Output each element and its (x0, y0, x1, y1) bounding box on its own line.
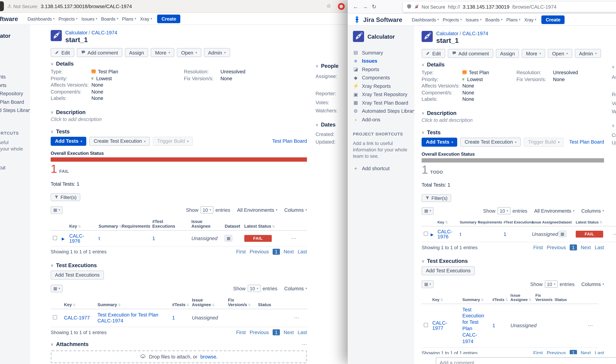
add-test-executions-button[interactable]: Add Test Executions (422, 266, 475, 275)
execution-tests-count-link[interactable]: 1 (493, 323, 495, 328)
project-header[interactable]: Calculator (353, 31, 411, 42)
row-checkbox[interactable] (424, 231, 428, 236)
columns-dropdown[interactable]: Columns▾ (284, 207, 307, 212)
current-page[interactable]: 1 (570, 244, 577, 250)
test-executions-count-link[interactable]: 1 (504, 231, 506, 236)
add-tests-button[interactable]: Add Tests▾ (422, 137, 457, 146)
nav-projects[interactable]: Projects▾ (443, 17, 462, 22)
first-page-link[interactable]: First (236, 330, 246, 335)
sidebar-item-xray-test-plan-board[interactable]: ▦Xray Test Plan Board (353, 99, 411, 107)
edit-button[interactable]: Edit (422, 49, 445, 58)
attachments-dropzone[interactable]: Drop files to attach, or browse. (51, 351, 307, 363)
col-requirements[interactable]: Requirements (120, 217, 150, 230)
browser-menu-icon[interactable] (338, 3, 345, 10)
sidebar-item-add-ons[interactable]: ›Add-ons (353, 115, 411, 124)
description-placeholder[interactable]: Click to add description (51, 117, 307, 122)
col-tests[interactable]: #Tests⇅ (490, 291, 508, 304)
sidebar-item-xray-test-repository[interactable]: ▣Xray Test Repository (353, 90, 411, 99)
execution-key-link[interactable]: CALC-1977 (432, 320, 447, 331)
address-bar[interactable]: Not Secure http:// 3.138.145.137:30019 /… (403, 2, 616, 12)
last-page-link[interactable]: Last (595, 245, 604, 250)
sidebar-item-issues[interactable]: ≡Issues (0, 56, 27, 64)
sidebar-item-issues[interactable]: ≡Issues (353, 57, 411, 65)
col-issue-assignee[interactable]: Issue Assignee⇅ (508, 291, 533, 304)
sidebar-item-xray-reports[interactable]: ⚡Xray Reports (353, 82, 411, 90)
security-label[interactable]: Not Secure (13, 4, 37, 9)
reload-icon[interactable]: ↻ (372, 3, 377, 10)
dataset-icon[interactable]: ▦ (225, 235, 233, 241)
add-shortcut-button[interactable]: +Add shortcut (353, 166, 411, 171)
col-summary[interactable]: Summary⇅ (96, 217, 119, 230)
execution-summary-link[interactable]: Test Execution for Test Plan CALC-1974 (462, 307, 484, 344)
attachments-menu[interactable]: ⋯ (302, 341, 307, 348)
col-fix-version[interactable]: Fix Version/s⇅ (226, 296, 256, 309)
bookmark-star-icon[interactable]: ☆ (326, 3, 331, 9)
sidebar-item-reports[interactable]: ◪Reports (0, 64, 27, 73)
table-export-button[interactable]: ▦▾ (51, 206, 63, 214)
col-key[interactable]: Key⇅ (435, 218, 458, 226)
next-page-link[interactable]: Next (284, 330, 294, 335)
nav-xray[interactable]: Xray▾ (140, 16, 152, 21)
breadcrumb-project-link[interactable]: Calculator (436, 31, 458, 36)
add-test-executions-button[interactable]: Add Test Executions (51, 270, 104, 279)
more-button[interactable]: More▾ (151, 48, 174, 57)
page-size-select[interactable]: 10▾ (545, 280, 558, 288)
shield-icon[interactable] (407, 3, 412, 11)
row-checkbox[interactable] (53, 315, 57, 320)
environments-dropdown[interactable]: All Environments▾ (237, 207, 277, 212)
people-heading[interactable]: ∨People (612, 64, 616, 70)
col-dataset[interactable]: Dataset (222, 217, 242, 230)
test-summary-link[interactable]: t (98, 236, 100, 241)
nav-xray[interactable]: Xray▾ (524, 17, 536, 22)
first-page-link[interactable]: First (533, 245, 543, 250)
trigger-build-button[interactable]: Trigger Build▾ (153, 137, 193, 145)
table-export-button[interactable]: ▦▾ (51, 285, 63, 292)
next-page-link[interactable]: Next (284, 249, 294, 254)
col-fix-version[interactable]: Fix Version/s⇅ (533, 291, 553, 304)
address-bar[interactable]: 3.138.145.137:30018/browse/CALC-1974 (41, 4, 132, 9)
sidebar-item-reports[interactable]: ◪Reports (353, 65, 411, 74)
page-size-select[interactable]: 10▾ (248, 285, 260, 292)
filter-button[interactable]: Filter(s) (51, 193, 80, 201)
sidebar-item-summary[interactable]: ▤Summary (353, 49, 411, 57)
project-header[interactable]: Calculator (0, 30, 27, 41)
columns-dropdown[interactable]: Columns▾ (581, 282, 604, 287)
col-issue-assignee[interactable]: Issue Assignee (530, 218, 556, 226)
columns-dropdown[interactable]: Columns▾ (284, 286, 307, 291)
nav-projects[interactable]: Projects▾ (58, 16, 78, 21)
nav-issues[interactable]: Issues▾ (82, 16, 97, 21)
dates-heading[interactable]: ∨Dates (612, 123, 616, 129)
first-page-link[interactable]: First (236, 249, 246, 254)
col-key[interactable]: Key⇅ (430, 291, 460, 304)
workflow-open-button[interactable]: Open▾ (548, 49, 572, 58)
sidebar-item-add-ons[interactable]: ›Add-ons (0, 115, 27, 123)
nav-dashboards[interactable]: Dashboards▾ (412, 17, 439, 22)
more-button[interactable]: More▾ (522, 49, 545, 58)
previous-page-link[interactable]: Previous (250, 330, 269, 335)
row-actions-menu[interactable]: ⋯ (294, 315, 299, 321)
row-checkbox[interactable] (53, 236, 57, 240)
create-button[interactable]: Create (157, 14, 180, 23)
test-plan-board-link[interactable]: Test Plan Board (569, 139, 604, 144)
nav-plans[interactable]: Plans▾ (122, 16, 136, 21)
execution-key-link[interactable]: CALC-1977 (64, 315, 90, 321)
workflow-open-button[interactable]: Open▾ (177, 48, 201, 57)
col-status[interactable]: Status (553, 291, 586, 304)
sidebar-item-xray-test-repository[interactable]: ▣Xray Test Repository (0, 90, 27, 98)
test-key-link[interactable]: CALC-1976 (438, 229, 452, 239)
nav-plans[interactable]: Plans▾ (506, 17, 520, 22)
test-executions-count-link[interactable]: 1 (152, 236, 155, 241)
columns-dropdown[interactable]: Columns▾ (581, 208, 604, 213)
test-executions-heading[interactable]: ∨Test Executions (422, 258, 604, 264)
next-page-link[interactable]: Next (581, 245, 591, 250)
table-export-button[interactable]: ▦▾ (422, 207, 434, 215)
not-secure-warning-icon[interactable]: ⚠ (7, 3, 12, 9)
previous-page-link[interactable]: Previous (547, 245, 566, 250)
breadcrumb-project-link[interactable]: Calculator (65, 30, 87, 35)
nav-issues[interactable]: Issues▾ (466, 17, 481, 22)
description-heading[interactable]: ∨Description (51, 109, 307, 115)
col-latest-status[interactable]: Latest Status⇅ (242, 217, 289, 230)
assign-button[interactable]: Assign (125, 48, 148, 57)
test-key-link[interactable]: CALC-1976 (69, 233, 84, 243)
execute-play-icon[interactable]: ▶ (62, 236, 65, 241)
